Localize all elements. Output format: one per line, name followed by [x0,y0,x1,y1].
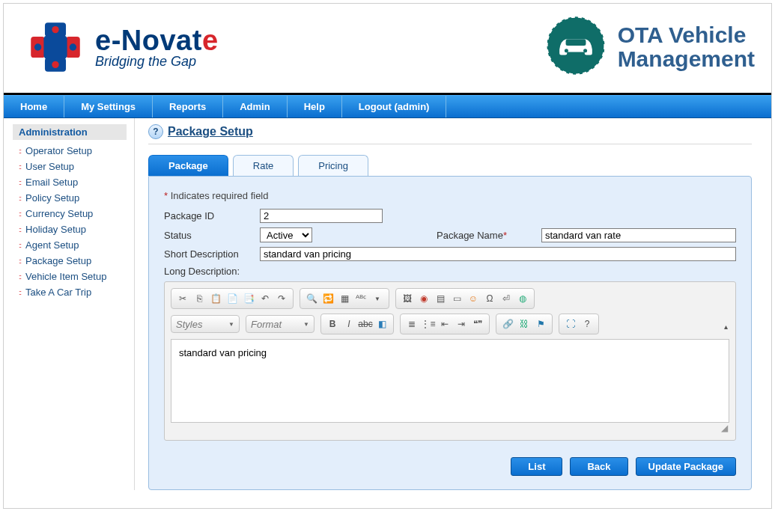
page-title-link[interactable]: Package Setup [168,125,253,138]
numbered-list-icon[interactable]: ≣ [404,317,419,331]
about-icon[interactable]: ? [580,317,595,331]
hr-icon[interactable]: ▭ [449,291,464,306]
sidebar-item-label: Package Setup [25,255,91,266]
table-icon[interactable]: ▤ [433,291,448,306]
sidebar-item-email-setup[interactable]: ::Email Setup [17,174,127,190]
sidebar-list: ::Operator Setup ::User Setup ::Email Se… [4,143,134,300]
bold-icon[interactable]: B [325,317,340,331]
sidebar-item-label: Take A Car Trip [25,287,91,298]
list-button[interactable]: List [511,457,562,476]
svg-point-7 [34,43,41,50]
bullet-icon: :: [19,147,21,155]
find-icon[interactable]: 🔍 [304,291,319,306]
brand-left: e-Novate Bridging the Gap [26,18,219,76]
sidebar-item-vehicle-item-setup[interactable]: ::Vehicle Item Setup [17,269,127,284]
styles-dropdown[interactable]: Styles ▼ [171,315,240,333]
sidebar-item-label: Agent Setup [25,239,79,251]
sidebar-item-user-setup[interactable]: ::User Setup [17,159,127,174]
special-char-icon[interactable]: Ω [482,291,497,306]
nav-home[interactable]: Home [4,96,64,117]
sidebar-item-label: Currency Setup [25,208,93,219]
sidebar-item-take-a-car-trip[interactable]: ::Take A Car Trip [17,284,127,300]
indent-icon[interactable]: ⇥ [454,317,469,331]
paste-text-icon[interactable]: 📄 [225,291,240,306]
sidebar-item-package-setup[interactable]: ::Package Setup [17,253,127,269]
undo-icon[interactable]: ↶ [258,291,273,306]
car-badge-icon [544,14,607,79]
rte-group-links: 🔗 ⛓ ⚑ [496,314,553,334]
format-dropdown[interactable]: Format ▼ [246,315,314,333]
bullet-list-icon[interactable]: ⋮≡ [421,317,436,331]
bullet-icon: :: [19,179,21,186]
spellcheck-icon[interactable]: ᴬᴮᶜ [353,291,368,306]
unlink-icon[interactable]: ⛓ [517,317,532,331]
brand-name-main: e-Novat [95,25,202,56]
cut-icon[interactable]: ✂ [175,291,190,306]
chevron-down-icon: ▼ [228,321,234,328]
resize-handle-icon[interactable]: ◢ [171,425,729,434]
iframe-icon[interactable]: ◍ [515,291,530,306]
product-title-line1: OTA Vehicle [618,23,755,47]
sidebar-item-currency-setup[interactable]: ::Currency Setup [17,206,127,221]
tab-rate[interactable]: Rate [233,155,294,176]
paste-word-icon[interactable]: 📑 [241,291,256,306]
flash-icon[interactable]: ◉ [416,291,431,306]
sidebar-item-agent-setup[interactable]: ::Agent Setup [17,237,127,253]
input-package-name[interactable] [541,228,736,242]
link-icon[interactable]: 🔗 [500,317,515,331]
sidebar-item-policy-setup[interactable]: ::Policy Setup [17,190,127,206]
nav-logout[interactable]: Logout (admin) [342,96,447,117]
rich-text-editor: ✂ ⎘ 📋 📄 📑 ↶ ↷ 🔍 🔁 ▦ ᴬᴮᶜ [164,281,736,441]
required-star: * [503,230,507,241]
smiley-icon[interactable]: ☺ [466,291,481,306]
paste-icon[interactable]: 📋 [208,291,223,306]
select-status[interactable]: Active [260,227,312,242]
tabs: Package Rate Pricing [148,155,752,176]
tab-package[interactable]: Package [148,155,228,176]
textarea-long-description[interactable]: standard van pricing [171,339,729,423]
image-icon[interactable]: 🖼 [400,291,415,306]
brand-name-accent: e [202,25,219,56]
button-row: List Back Update Package [164,457,736,476]
sidebar-item-holiday-setup[interactable]: ::Holiday Setup [17,221,127,237]
toolbar-collapse-icon[interactable]: ▴ [724,322,728,331]
redo-icon[interactable]: ↷ [274,291,289,306]
select-all-icon[interactable]: ▦ [337,291,352,306]
top-nav: Home My Settings Reports Admin Help Logo… [4,95,771,118]
blockquote-icon[interactable]: ❝❞ [470,317,485,331]
rte-group-basic: B I abc ◧ [320,314,394,334]
col-package-name: Package Name* [437,228,736,242]
nav-my-settings[interactable]: My Settings [64,96,153,117]
bullet-icon: :: [19,226,21,233]
tab-pricing[interactable]: Pricing [298,155,368,176]
remove-format-icon[interactable]: ◧ [374,317,389,331]
copy-icon[interactable]: ⎘ [192,291,207,306]
rte-group-clipboard: ✂ ⎘ 📋 📄 📑 ↶ ↷ [171,288,294,309]
input-package-id[interactable] [260,209,383,223]
rte-toolbar-row-2: Styles ▼ Format ▼ B I abc ◧ [171,314,729,334]
label-status: Status [164,230,260,241]
nav-admin[interactable]: Admin [223,96,287,117]
chevron-down-icon: ▼ [303,321,309,328]
anchor-icon[interactable]: ⚑ [533,317,548,331]
rte-group-find: 🔍 🔁 ▦ ᴬᴮᶜ ▼ [300,288,389,309]
input-short-description[interactable] [260,247,736,261]
label-package-name-text: Package Name [437,230,503,241]
required-note-text: Indicates required field [171,190,269,201]
nav-help[interactable]: Help [288,96,342,117]
page-break-icon[interactable]: ⏎ [499,291,514,306]
italic-icon[interactable]: I [341,317,356,331]
back-button[interactable]: Back [570,457,627,476]
maximize-icon[interactable]: ⛶ [563,317,578,331]
chevron-down-icon[interactable]: ▼ [370,291,385,306]
svg-point-5 [52,25,58,32]
required-note: * Indicates required field [164,190,736,201]
update-package-button[interactable]: Update Package [636,457,736,476]
sidebar-item-operator-setup[interactable]: ::Operator Setup [17,143,127,159]
sidebar-item-label: Policy Setup [25,192,79,204]
outdent-icon[interactable]: ⇤ [437,317,452,331]
strike-icon[interactable]: abc [358,317,373,331]
nav-reports[interactable]: Reports [153,96,223,117]
help-icon[interactable]: ? [148,124,163,139]
replace-icon[interactable]: 🔁 [320,291,335,306]
